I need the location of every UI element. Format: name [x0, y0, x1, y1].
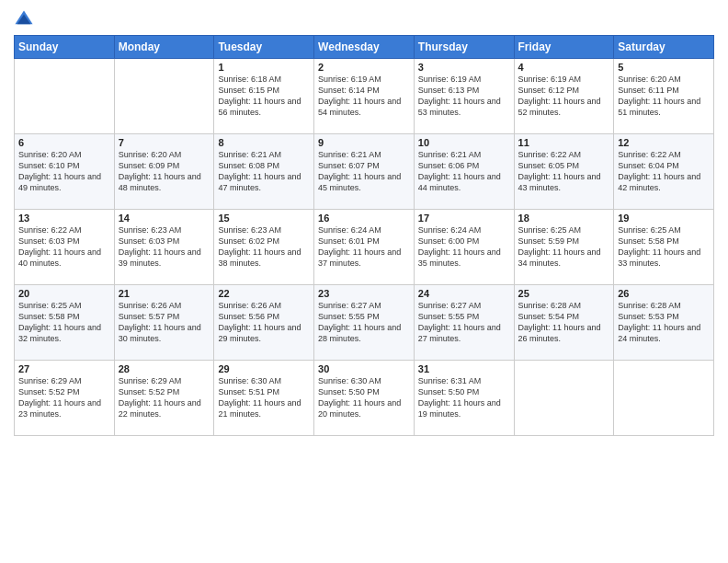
calendar-cell: 7Sunrise: 6:20 AMSunset: 6:09 PMDaylight…: [114, 134, 214, 210]
weekday-header-monday: Monday: [114, 36, 214, 59]
calendar-cell: 17Sunrise: 6:24 AMSunset: 6:00 PMDayligh…: [414, 210, 514, 285]
day-info: Sunrise: 6:18 AMSunset: 6:15 PMDaylight:…: [218, 74, 310, 119]
calendar-cell: 16Sunrise: 6:24 AMSunset: 6:01 PMDayligh…: [314, 210, 415, 285]
day-number: 8: [218, 137, 310, 148]
calendar-cell: [114, 59, 214, 134]
day-info: Sunrise: 6:22 AMSunset: 6:04 PMDaylight:…: [618, 149, 710, 194]
day-info: Sunrise: 6:26 AMSunset: 5:56 PMDaylight:…: [218, 300, 310, 345]
calendar-cell: 4Sunrise: 6:19 AMSunset: 6:12 PMDaylight…: [514, 59, 614, 134]
day-number: 28: [119, 363, 210, 374]
day-number: 4: [518, 62, 610, 73]
day-info: Sunrise: 6:24 AMSunset: 6:01 PMDaylight:…: [318, 224, 410, 270]
calendar-cell: 11Sunrise: 6:22 AMSunset: 6:05 PMDayligh…: [514, 134, 614, 210]
day-number: 21: [119, 288, 210, 299]
day-info: Sunrise: 6:20 AMSunset: 6:10 PMDaylight:…: [18, 149, 110, 194]
day-info: Sunrise: 6:28 AMSunset: 5:54 PMDaylight:…: [518, 300, 610, 345]
day-number: 10: [418, 137, 510, 148]
day-number: 9: [318, 137, 410, 148]
day-number: 1: [218, 62, 310, 73]
weekday-header-wednesday: Wednesday: [314, 36, 415, 59]
day-info: Sunrise: 6:20 AMSunset: 6:11 PMDaylight:…: [618, 74, 710, 119]
weekday-header-saturday: Saturday: [614, 36, 714, 59]
calendar-cell: 14Sunrise: 6:23 AMSunset: 6:03 PMDayligh…: [114, 210, 214, 285]
day-info: Sunrise: 6:21 AMSunset: 6:08 PMDaylight:…: [218, 149, 310, 194]
week-row-4: 27Sunrise: 6:29 AMSunset: 5:52 PMDayligh…: [15, 361, 714, 436]
day-info: Sunrise: 6:25 AMSunset: 5:58 PMDaylight:…: [618, 224, 710, 270]
day-info: Sunrise: 6:27 AMSunset: 5:55 PMDaylight:…: [418, 300, 510, 345]
calendar-cell: 20Sunrise: 6:25 AMSunset: 5:58 PMDayligh…: [15, 285, 115, 361]
calendar-cell: 6Sunrise: 6:20 AMSunset: 6:10 PMDaylight…: [15, 134, 115, 210]
day-info: Sunrise: 6:30 AMSunset: 5:50 PMDaylight:…: [318, 375, 410, 420]
calendar-cell: 29Sunrise: 6:30 AMSunset: 5:51 PMDayligh…: [214, 361, 314, 436]
day-number: 29: [218, 363, 310, 374]
day-info: Sunrise: 6:27 AMSunset: 5:55 PMDaylight:…: [318, 300, 410, 345]
calendar-cell: 13Sunrise: 6:22 AMSunset: 6:03 PMDayligh…: [15, 210, 115, 285]
day-number: 26: [618, 288, 710, 299]
calendar-cell: 25Sunrise: 6:28 AMSunset: 5:54 PMDayligh…: [514, 285, 614, 361]
day-number: 7: [119, 137, 210, 148]
calendar-cell: 10Sunrise: 6:21 AMSunset: 6:06 PMDayligh…: [414, 134, 514, 210]
calendar-cell: 3Sunrise: 6:19 AMSunset: 6:13 PMDaylight…: [414, 59, 514, 134]
day-info: Sunrise: 6:25 AMSunset: 5:58 PMDaylight:…: [18, 300, 110, 345]
day-info: Sunrise: 6:20 AMSunset: 6:09 PMDaylight:…: [119, 149, 210, 194]
day-info: Sunrise: 6:19 AMSunset: 6:12 PMDaylight:…: [518, 74, 610, 119]
weekday-header-thursday: Thursday: [414, 36, 514, 59]
calendar-cell: 27Sunrise: 6:29 AMSunset: 5:52 PMDayligh…: [15, 361, 115, 436]
day-number: 11: [518, 137, 610, 148]
calendar-cell: 8Sunrise: 6:21 AMSunset: 6:08 PMDaylight…: [214, 134, 314, 210]
day-number: 14: [119, 213, 210, 224]
calendar-cell: 22Sunrise: 6:26 AMSunset: 5:56 PMDayligh…: [214, 285, 314, 361]
header: [14, 9, 714, 29]
calendar-cell: 12Sunrise: 6:22 AMSunset: 6:04 PMDayligh…: [614, 134, 714, 210]
day-number: 15: [218, 213, 310, 224]
week-row-0: 1Sunrise: 6:18 AMSunset: 6:15 PMDaylight…: [15, 59, 714, 134]
calendar-cell: 24Sunrise: 6:27 AMSunset: 5:55 PMDayligh…: [414, 285, 514, 361]
day-info: Sunrise: 6:31 AMSunset: 5:50 PMDaylight:…: [418, 375, 510, 420]
day-number: 12: [618, 137, 710, 148]
calendar-cell: 5Sunrise: 6:20 AMSunset: 6:11 PMDaylight…: [614, 59, 714, 134]
calendar-cell: [514, 361, 614, 436]
day-number: 13: [18, 213, 110, 224]
day-info: Sunrise: 6:22 AMSunset: 6:03 PMDaylight:…: [18, 224, 110, 270]
calendar-cell: 21Sunrise: 6:26 AMSunset: 5:57 PMDayligh…: [114, 285, 214, 361]
calendar-cell: 26Sunrise: 6:28 AMSunset: 5:53 PMDayligh…: [614, 285, 714, 361]
weekday-header-row: SundayMondayTuesdayWednesdayThursdayFrid…: [15, 36, 714, 59]
calendar-cell: 23Sunrise: 6:27 AMSunset: 5:55 PMDayligh…: [314, 285, 415, 361]
day-number: 31: [418, 363, 510, 374]
calendar-cell: 2Sunrise: 6:19 AMSunset: 6:14 PMDaylight…: [314, 59, 415, 134]
day-number: 23: [318, 288, 410, 299]
calendar-cell: 1Sunrise: 6:18 AMSunset: 6:15 PMDaylight…: [214, 59, 314, 134]
day-number: 19: [618, 213, 710, 224]
week-row-3: 20Sunrise: 6:25 AMSunset: 5:58 PMDayligh…: [15, 285, 714, 361]
calendar-cell: [614, 361, 714, 436]
logo-icon: [14, 9, 34, 29]
day-number: 25: [518, 288, 610, 299]
day-info: Sunrise: 6:23 AMSunset: 6:03 PMDaylight:…: [119, 224, 210, 270]
calendar-cell: 15Sunrise: 6:23 AMSunset: 6:02 PMDayligh…: [214, 210, 314, 285]
day-info: Sunrise: 6:24 AMSunset: 6:00 PMDaylight:…: [418, 224, 510, 270]
logo: [14, 9, 38, 29]
week-row-1: 6Sunrise: 6:20 AMSunset: 6:10 PMDaylight…: [15, 134, 714, 210]
calendar-cell: [15, 59, 115, 134]
calendar-cell: 18Sunrise: 6:25 AMSunset: 5:59 PMDayligh…: [514, 210, 614, 285]
day-number: 16: [318, 213, 410, 224]
day-number: 18: [518, 213, 610, 224]
calendar-cell: 31Sunrise: 6:31 AMSunset: 5:50 PMDayligh…: [414, 361, 514, 436]
day-info: Sunrise: 6:30 AMSunset: 5:51 PMDaylight:…: [218, 375, 310, 420]
calendar-cell: 30Sunrise: 6:30 AMSunset: 5:50 PMDayligh…: [314, 361, 415, 436]
day-info: Sunrise: 6:22 AMSunset: 6:05 PMDaylight:…: [518, 149, 610, 194]
day-info: Sunrise: 6:19 AMSunset: 6:13 PMDaylight:…: [418, 74, 510, 119]
day-number: 22: [218, 288, 310, 299]
day-number: 24: [418, 288, 510, 299]
page: SundayMondayTuesdayWednesdayThursdayFrid…: [0, 0, 728, 563]
day-number: 3: [418, 62, 510, 73]
day-number: 30: [318, 363, 410, 374]
calendar-cell: 9Sunrise: 6:21 AMSunset: 6:07 PMDaylight…: [314, 134, 415, 210]
day-number: 6: [18, 137, 110, 148]
weekday-header-tuesday: Tuesday: [214, 36, 314, 59]
day-info: Sunrise: 6:26 AMSunset: 5:57 PMDaylight:…: [119, 300, 210, 345]
day-info: Sunrise: 6:21 AMSunset: 6:06 PMDaylight:…: [418, 149, 510, 194]
week-row-2: 13Sunrise: 6:22 AMSunset: 6:03 PMDayligh…: [15, 210, 714, 285]
day-number: 5: [618, 62, 710, 73]
day-info: Sunrise: 6:29 AMSunset: 5:52 PMDaylight:…: [119, 375, 210, 420]
